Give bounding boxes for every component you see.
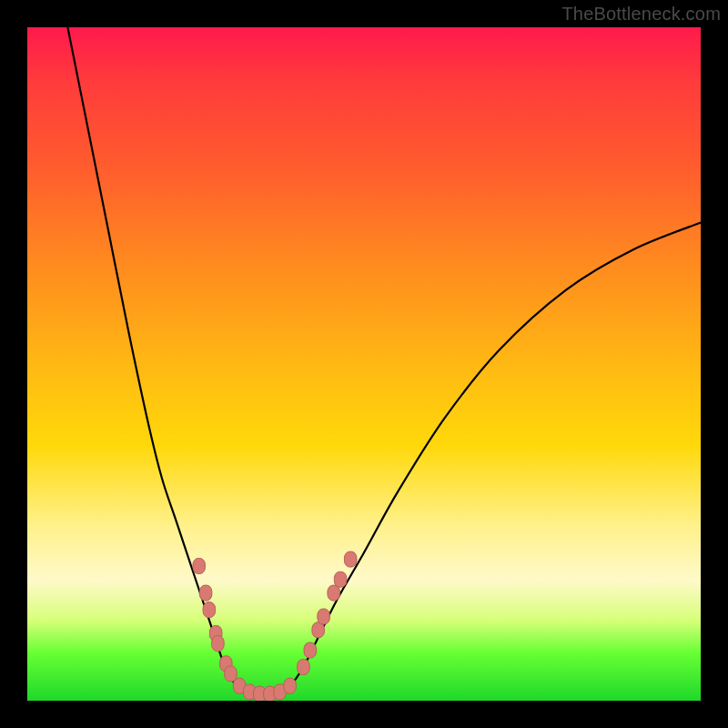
data-marker — [284, 678, 297, 693]
data-marker — [212, 636, 225, 652]
data-marker — [334, 571, 347, 587]
data-marker — [225, 666, 237, 682]
watermark-text: TheBottleneck.com — [561, 4, 721, 25]
data-marker — [193, 559, 206, 574]
plot-area — [27, 27, 701, 701]
data-marker — [298, 660, 310, 675]
chart-svg — [27, 27, 701, 701]
chart-frame: TheBottleneck.com — [0, 0, 728, 728]
data-marker — [203, 602, 216, 618]
data-marker — [344, 551, 357, 567]
curve-group — [67, 27, 701, 694]
data-marker — [304, 642, 317, 658]
right-curve — [290, 223, 701, 688]
data-marker — [328, 585, 340, 601]
data-marker — [318, 609, 330, 624]
marker-group — [193, 551, 357, 701]
data-marker — [199, 585, 212, 601]
